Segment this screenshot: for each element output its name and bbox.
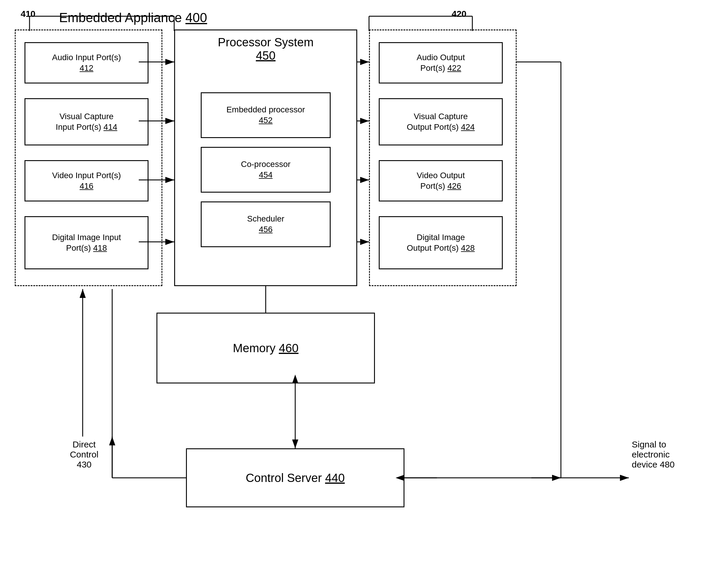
visual-capture-output-label: Visual CaptureOutput Port(s) 424 [407, 111, 475, 133]
audio-output-label: Audio OutputPort(s) 422 [417, 52, 465, 74]
coprocessor-label: Co-processor 454 [241, 159, 290, 181]
direct-control-label: DirectControl430 [57, 440, 111, 470]
processor-system-title: Processor System [175, 36, 356, 49]
visual-capture-input-label: Visual CaptureInput Port(s) 414 [56, 111, 118, 133]
input-ports-group: Audio Input Port(s)412 Visual CaptureInp… [15, 29, 162, 286]
digital-image-input-label: Digital Image InputPort(s) 418 [52, 232, 121, 254]
audio-input-label: Audio Input Port(s)412 [52, 52, 121, 74]
video-output-label: Video OutputPort(s) 426 [417, 170, 465, 192]
embedded-processor-label: Embedded processor 452 [227, 104, 305, 126]
control-server-label: Control Server 440 [245, 471, 345, 485]
audio-input-box: Audio Input Port(s)412 [25, 42, 149, 83]
memory-label: Memory 460 [233, 341, 298, 355]
digital-image-output-box: Digital ImageOutput Port(s) 428 [379, 216, 503, 269]
digital-image-output-label: Digital ImageOutput Port(s) 428 [407, 232, 475, 254]
visual-capture-input-box: Visual CaptureInput Port(s) 414 [25, 98, 149, 145]
digital-image-input-box: Digital Image InputPort(s) 418 [25, 216, 149, 269]
visual-capture-output-box: Visual CaptureOutput Port(s) 424 [379, 98, 503, 145]
signal-label: Signal toelectronicdevice 480 [632, 440, 714, 470]
processor-system-ref: 450 [175, 49, 356, 62]
control-server-box: Control Server 440 [186, 448, 405, 507]
scheduler-label: Scheduler 456 [247, 214, 284, 235]
scheduler-box: Scheduler 456 [201, 201, 331, 247]
video-input-label: Video Input Port(s)416 [52, 170, 121, 192]
ref-420: 420 [452, 9, 466, 19]
coprocessor-box: Co-processor 454 [201, 147, 331, 193]
video-output-box: Video OutputPort(s) 426 [379, 160, 503, 201]
ref-410: 410 [21, 9, 35, 19]
output-ports-group: Audio OutputPort(s) 422 Visual CaptureOu… [369, 29, 517, 286]
appliance-title: Embedded Appliance 400 [59, 10, 207, 25]
diagram: 410 420 Embedded Appliance 400 Processor… [0, 0, 728, 579]
video-input-box: Video Input Port(s)416 [25, 160, 149, 201]
audio-output-box: Audio OutputPort(s) 422 [379, 42, 503, 83]
processor-system-box: Processor System 450 Embedded processor … [174, 29, 357, 286]
embedded-processor-box: Embedded processor 452 [201, 92, 331, 138]
memory-box: Memory 460 [156, 313, 375, 383]
